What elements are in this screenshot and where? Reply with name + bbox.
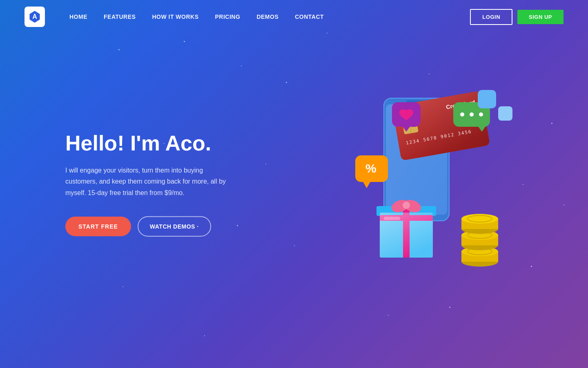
- nav-demos[interactable]: DEMOS: [256, 13, 278, 20]
- svg-point-40: [470, 112, 474, 117]
- svg-point-41: [479, 112, 483, 117]
- svg-text:%: %: [365, 162, 376, 175]
- nav-contact[interactable]: CONTACT: [295, 13, 324, 20]
- svg-rect-45: [478, 90, 496, 108]
- svg-point-39: [460, 112, 464, 117]
- nav-features[interactable]: FEATURES: [104, 13, 136, 20]
- start-free-button[interactable]: START FREE: [65, 216, 131, 236]
- hero-title: Hello! I'm Aco.: [65, 132, 229, 155]
- svg-point-20: [403, 202, 410, 209]
- illustration-svg: 1234 5678 9012 3456 CreditCard: [302, 65, 555, 303]
- svg-rect-46: [498, 106, 512, 121]
- hero-section: A HOME FEATURES HOW IT WORKS PRICING DEM…: [0, 0, 588, 368]
- hero-illustration: 1234 5678 9012 3456 CreditCard: [302, 65, 555, 303]
- hero-content: Hello! I'm Aco. I will engage your visit…: [65, 132, 229, 237]
- nav-actions: LOGIN SIGN UP: [470, 9, 564, 25]
- nav-home[interactable]: HOME: [69, 13, 87, 20]
- nav-how-it-works[interactable]: HOW IT WORKS: [152, 13, 198, 20]
- svg-text:A: A: [32, 13, 37, 20]
- watch-demos-button[interactable]: WATCH DEMOS ·: [138, 216, 211, 236]
- logo-icon: A: [24, 7, 45, 27]
- svg-rect-22: [380, 213, 433, 258]
- navbar: A HOME FEATURES HOW IT WORKS PRICING DEM…: [0, 0, 588, 34]
- svg-marker-43: [363, 181, 371, 188]
- signup-button[interactable]: SIGN UP: [517, 10, 564, 24]
- nav-pricing[interactable]: PRICING: [215, 13, 241, 20]
- hero-subtitle: I will engage your visitors, turn them i…: [65, 165, 229, 198]
- nav-links: HOME FEATURES HOW IT WORKS PRICING DEMOS…: [69, 13, 470, 20]
- login-button[interactable]: LOGIN: [470, 9, 512, 25]
- logo[interactable]: A: [24, 7, 45, 27]
- hero-buttons: START FREE WATCH DEMOS ·: [65, 216, 229, 236]
